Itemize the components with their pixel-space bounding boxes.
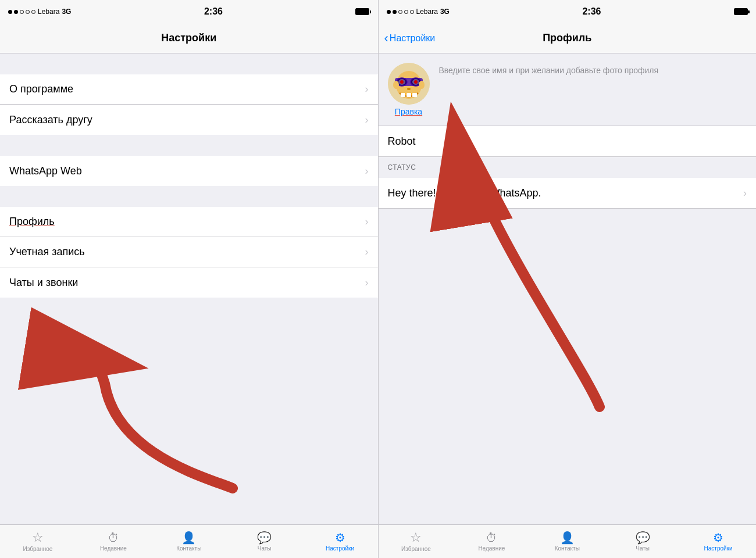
r-tab-recent-label: Недавние xyxy=(478,545,505,552)
dot-5 xyxy=(31,10,35,14)
back-label: Настройки xyxy=(390,33,435,44)
profile-label: Профиль xyxy=(9,216,365,228)
r-dot-1 xyxy=(387,10,391,14)
avatar[interactable] xyxy=(388,63,430,105)
chevron-profile: › xyxy=(365,216,369,228)
settings-item-profile[interactable]: Профиль › xyxy=(0,207,378,237)
tab-chats-right[interactable]: 💬 Чаты xyxy=(605,532,680,552)
svg-rect-13 xyxy=(412,93,417,97)
status-text: Hey there! I am using WhatsApp. xyxy=(388,187,744,199)
settings-item-whatsapp-web[interactable]: WhatsApp Web › xyxy=(0,156,378,186)
tab-favorites-label: Избранное xyxy=(23,546,53,552)
time-label: 2:36 xyxy=(204,6,223,17)
right-time-label: 2:36 xyxy=(582,6,601,17)
svg-point-10 xyxy=(407,88,411,90)
profile-status-item[interactable]: Hey there! I am using WhatsApp. › xyxy=(379,178,757,208)
profile-name-section: Robot xyxy=(379,126,757,157)
settings-title: Настройки xyxy=(161,32,216,44)
tab-contacts-right[interactable]: 👤 Контакты xyxy=(529,532,605,552)
tab-settings-label: Настройки xyxy=(326,545,354,552)
battery-fill xyxy=(356,9,369,15)
battery-area xyxy=(355,8,369,15)
tab-favorites-right[interactable]: ☆ Избранное xyxy=(379,531,454,552)
right-tab-bar: ☆ Избранное ⏱ Недавние 👤 Контакты 💬 Чаты… xyxy=(379,524,757,558)
svg-rect-12 xyxy=(406,93,411,97)
chevron-about: › xyxy=(365,83,369,95)
tab-contacts-label: Контакты xyxy=(176,545,201,552)
dot-3 xyxy=(20,10,24,14)
contacts-icon: 👤 xyxy=(181,532,196,543)
tab-settings-right[interactable]: ⚙ Настройки xyxy=(680,532,756,552)
tab-chats-left[interactable]: 💬 Чаты xyxy=(227,532,302,552)
edit-button[interactable]: Правка xyxy=(395,107,422,116)
profile-name: Robot xyxy=(388,135,416,148)
settings-content: О программе › Рассказать другу › WhatsAp… xyxy=(0,53,378,524)
tab-favorites-left[interactable]: ☆ Избранное xyxy=(0,531,76,552)
carrier-label: Lebara xyxy=(38,8,59,16)
nav-back-button[interactable]: ‹ Настройки xyxy=(384,32,436,45)
chats-icon: 💬 xyxy=(257,532,272,543)
left-status-left: Lebara 3G xyxy=(8,8,71,16)
r-tab-contacts-label: Контакты xyxy=(555,545,580,552)
r-dot-3 xyxy=(398,10,402,14)
back-chevron-icon: ‹ xyxy=(384,32,388,45)
settings-item-tell-friend[interactable]: Рассказать другу › xyxy=(0,105,378,135)
svg-point-8 xyxy=(400,80,404,84)
right-status-bar: Lebara 3G 2:36 xyxy=(379,0,757,23)
profile-status-header: СТАТУС xyxy=(379,157,757,178)
dot-2 xyxy=(14,10,18,14)
right-battery-icon xyxy=(734,8,748,15)
dot-4 xyxy=(26,10,30,14)
dot-1 xyxy=(8,10,12,14)
svg-point-14 xyxy=(393,81,399,89)
tab-settings-left[interactable]: ⚙ Настройки xyxy=(302,532,378,552)
settings-item-about[interactable]: О программе › xyxy=(0,74,378,105)
r-tab-favorites-label: Избранное xyxy=(401,546,431,552)
tab-recent-left[interactable]: ⏱ Недавние xyxy=(76,532,151,552)
tab-recent-label: Недавние xyxy=(100,545,127,552)
avatar-container[interactable]: Правка xyxy=(388,63,430,116)
svg-point-15 xyxy=(419,81,425,89)
r-chats-icon: 💬 xyxy=(636,532,650,543)
settings-item-chats[interactable]: Чаты и звонки › xyxy=(0,267,378,298)
right-battery-area xyxy=(734,8,748,15)
chevron-account: › xyxy=(365,246,369,258)
svg-rect-11 xyxy=(401,93,405,97)
status-chevron: › xyxy=(743,187,747,199)
tab-contacts-left[interactable]: 👤 Контакты xyxy=(151,532,227,552)
right-signal-dots xyxy=(387,10,414,14)
status-header-label: СТАТУС xyxy=(388,163,416,171)
r-favorites-icon: ☆ xyxy=(410,531,422,544)
network-label: 3G xyxy=(62,8,71,16)
profile-status-section: Hey there! I am using WhatsApp. › xyxy=(379,178,757,209)
left-tab-bar: ☆ Избранное ⏱ Недавние 👤 Контакты 💬 Чаты… xyxy=(0,524,378,558)
settings-group-1: О программе › Рассказать другу › xyxy=(0,74,378,135)
profile-name-item[interactable]: Robot xyxy=(379,126,757,156)
tab-recent-right[interactable]: ⏱ Недавние xyxy=(454,532,529,552)
signal-dots xyxy=(8,10,35,14)
right-network-label: 3G xyxy=(440,8,450,16)
r-settings-icon: ⚙ xyxy=(713,532,723,543)
chevron-whatsapp-web: › xyxy=(365,165,369,177)
svg-point-9 xyxy=(414,80,418,84)
left-status-bar: Lebara 3G 2:36 xyxy=(0,0,378,23)
left-phone-panel: Lebara 3G 2:36 Настройки О программе › Р… xyxy=(0,0,378,558)
settings-item-account[interactable]: Учетная запись › xyxy=(0,237,378,267)
battery-icon xyxy=(355,8,369,15)
profile-content: Правка Введите свое имя и при желании до… xyxy=(379,53,757,524)
r-dot-4 xyxy=(404,10,408,14)
profile-nav-title: Профиль xyxy=(543,32,591,44)
r-tab-settings-label: Настройки xyxy=(704,545,733,552)
settings-group-2: WhatsApp Web › xyxy=(0,156,378,186)
r-contacts-icon: 👤 xyxy=(560,532,575,543)
settings-icon-left: ⚙ xyxy=(335,532,345,543)
profile-hint-text: Введите свое имя и при желании добавьте … xyxy=(439,63,747,77)
group-sep-3 xyxy=(0,186,378,207)
r-dot-5 xyxy=(410,10,414,14)
r-tab-chats-label: Чаты xyxy=(636,545,650,552)
favorites-icon: ☆ xyxy=(32,531,44,544)
right-carrier-label: Lebara xyxy=(416,8,438,16)
group-sep-2 xyxy=(0,135,378,156)
chevron-chats: › xyxy=(365,277,369,289)
left-nav-bar: Настройки xyxy=(0,23,378,53)
